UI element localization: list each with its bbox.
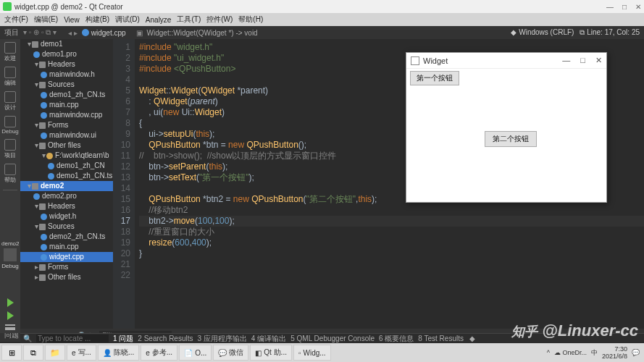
task-ref[interactable]: e 参考...: [141, 345, 177, 361]
widget-icon: [411, 56, 419, 65]
close-icon[interactable]: ✕: [635, 3, 641, 11]
tray-up-icon[interactable]: ^: [547, 349, 550, 356]
tree-mainwindow-cpp[interactable]: mainwindow.cpp: [20, 110, 113, 120]
tray-onedrive[interactable]: ☁ OneDr...: [554, 349, 587, 356]
breadcrumb[interactable]: Widget::Widget(QWidget *) -> void: [147, 29, 258, 37]
windows-taskbar: ⊞ ⧉ 📁 e 写... 👤 陈晓... e 参考... 📄 O... 💬 微信…: [0, 343, 644, 362]
mode-bar: 欢迎 编辑 设计 Debug 项目 帮助: [0, 39, 20, 329]
menu-analyze[interactable]: Analyze: [144, 16, 173, 24]
tree-forms[interactable]: ▾Forms: [20, 120, 113, 130]
widget-minimize-icon[interactable]: —: [562, 56, 570, 65]
menu-bar: 文件(F) 编辑(E) View 构建(B) 调试(D) Analyze 工具(…: [0, 13, 644, 26]
tree-demo1-zh[interactable]: demo1_zh_CN.ts: [20, 90, 113, 100]
tree-mainwindow-ui[interactable]: mainwindow.ui: [20, 130, 113, 140]
build-button[interactable]: [5, 324, 15, 330]
tree-main-cpp2[interactable]: main.cpp: [20, 242, 113, 252]
menu-tools[interactable]: 工具(T): [175, 14, 202, 25]
second-button[interactable]: 第二个按钮: [485, 131, 537, 147]
tab-tests[interactable]: 8 Test Results: [418, 334, 464, 342]
tab-issues[interactable]: 1 问题: [113, 334, 133, 344]
tree-demo2-zh[interactable]: demo2_zh_CN.ts: [20, 232, 113, 242]
task-wechat[interactable]: 💬 微信: [213, 345, 248, 361]
open-file-name: widget.cpp: [91, 29, 126, 37]
task-qthelp[interactable]: ◧ Qt 助...: [250, 345, 292, 361]
task-edge[interactable]: e 写...: [67, 345, 96, 361]
menu-file[interactable]: 文件(F): [3, 14, 30, 25]
tab-qml[interactable]: 5 QML Debugger Console: [290, 334, 375, 342]
tree-demo1-zh3[interactable]: demo1_zh_CN.ts: [20, 171, 113, 181]
tree-demo1-zh2[interactable]: demo1_zh_CN: [20, 161, 113, 171]
locate-input[interactable]: [36, 334, 109, 342]
tree-other[interactable]: ▾Other files: [20, 140, 113, 151]
tray-ime[interactable]: 中: [591, 348, 598, 358]
widget-titlebar[interactable]: Widget — □ ✕: [406, 53, 606, 69]
run-controls: [0, 298, 20, 333]
tree-mainwindow-h[interactable]: mainwindow.h: [20, 70, 113, 80]
qt-icon: [3, 2, 12, 11]
widget-title: Widget: [423, 56, 448, 65]
tree-headers[interactable]: ▾Headers: [20, 59, 113, 70]
minimize-icon[interactable]: —: [606, 3, 614, 11]
widget-maximize-icon[interactable]: □: [580, 56, 585, 65]
tree-demo2-pro[interactable]: demo2.pro: [20, 191, 113, 201]
menu-view[interactable]: View: [62, 16, 81, 24]
toolbar: 项目 ▾ ▫ ⊕ ▫ ⧉ ▾ ◂ ▸ widget.cpp ▣ Widget::…: [0, 26, 644, 39]
encoding-label[interactable]: ◆ Windows (CRLF): [511, 28, 574, 37]
mode-design[interactable]: 设计: [4, 91, 16, 111]
tree-fwork[interactable]: ▾F:\work\qtlearn\b: [20, 151, 113, 161]
run-button[interactable]: [7, 298, 14, 307]
tray-notify-icon[interactable]: 💬: [632, 349, 640, 356]
menu-help[interactable]: 帮助(H): [237, 14, 264, 25]
tree-widget-h[interactable]: widget.h: [20, 211, 113, 222]
line-col-label[interactable]: ⧉ Line: 17, Col: 25: [580, 28, 640, 37]
file-icon: [82, 29, 89, 36]
task-chen[interactable]: 👤 陈晓...: [98, 345, 139, 361]
tree-sources2[interactable]: ▾Sources: [20, 222, 113, 232]
tree-widget-cpp[interactable]: widget.cpp: [20, 252, 113, 262]
running-widget-window: Widget — □ ✕ 第一个按钮 第二个按钮: [406, 52, 607, 203]
tree-other2[interactable]: ▸Other files: [20, 272, 113, 282]
tray-clock[interactable]: 7:30 2021/6/8: [602, 345, 627, 360]
mode-edit[interactable]: 编辑: [4, 67, 16, 87]
tree-sources[interactable]: ▾Sources: [20, 80, 113, 90]
title-bar: widget.cpp @ demo2 - Qt Creator — □ ✕: [0, 0, 644, 13]
tree-main-cpp[interactable]: main.cpp: [20, 100, 113, 110]
toolbar-icons[interactable]: ▾ ▫ ⊕ ▫ ⧉ ▾: [23, 28, 57, 37]
tree-forms2[interactable]: ▸Forms: [20, 262, 113, 272]
mode-help[interactable]: 帮助: [4, 164, 16, 184]
first-button[interactable]: 第一个按钮: [410, 71, 459, 85]
open-file-tab[interactable]: widget.cpp: [82, 29, 126, 37]
kit-selector[interactable]: demo2 Debug: [0, 239, 20, 271]
tree-headers2[interactable]: ▾Headers: [20, 201, 113, 211]
menu-widgets[interactable]: 控件(W): [205, 14, 234, 25]
kit-name: demo2: [1, 240, 19, 247]
output-tabs: 🔍 1 问题 2 Search Results 3 应用程序输出 4 编译输出 …: [20, 333, 644, 343]
start-button[interactable]: ⊞: [1, 345, 22, 361]
tab-summary[interactable]: 6 概要信息: [379, 334, 414, 344]
tab-search[interactable]: 2 Search Results: [138, 334, 193, 342]
widget-close-icon[interactable]: ✕: [595, 56, 602, 65]
mode-welcome[interactable]: 欢迎: [4, 42, 16, 62]
line-gutter: 12345678910111213141516171819202122: [113, 39, 135, 329]
project-tree[interactable]: ▾demo1 demo1.pro ▾Headers mainwindow.h ▾…: [20, 39, 113, 329]
mode-project[interactable]: 项目: [4, 139, 16, 159]
menu-edit[interactable]: 编辑(E): [33, 14, 59, 25]
tree-demo1-pro[interactable]: demo1.pro: [20, 49, 113, 59]
explorer-button[interactable]: 📁: [45, 345, 65, 361]
taskview-button[interactable]: ⧉: [23, 345, 43, 361]
window-title: widget.cpp @ demo2 - Qt Creator: [14, 3, 123, 11]
project-label: 项目: [4, 28, 19, 38]
tab-compile[interactable]: 4 编译输出: [251, 334, 286, 344]
menu-debug[interactable]: 调试(D): [114, 14, 141, 25]
task-o[interactable]: 📄 O...: [179, 345, 212, 361]
menu-build[interactable]: 构建(B): [84, 14, 111, 25]
tree-demo2[interactable]: ▾demo2: [20, 181, 113, 191]
tab-appout[interactable]: 3 应用程序输出: [198, 334, 247, 344]
kit-config: Debug: [1, 263, 19, 269]
search-icon[interactable]: 🔍: [23, 334, 32, 342]
task-widget[interactable]: ▫ Widg...: [293, 345, 331, 361]
tree-demo1[interactable]: ▾demo1: [20, 39, 113, 49]
mode-debug[interactable]: Debug: [1, 116, 19, 135]
maximize-icon[interactable]: □: [622, 3, 627, 11]
run-debug-button[interactable]: [7, 311, 14, 320]
